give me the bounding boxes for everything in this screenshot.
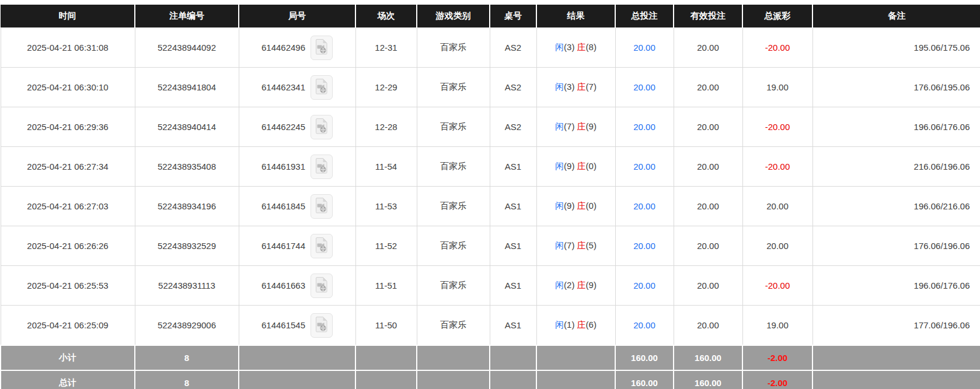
round-cell: 614462496 (239, 28, 355, 68)
result-cell: 闲(9) 庄(0) (536, 187, 615, 226)
video-file-icon (315, 78, 329, 96)
payout: 19.00 (742, 306, 812, 346)
table-number: AS1 (490, 187, 536, 226)
table-row: 2025-04-21 06:25:09 522438929006 6144615… (1, 306, 980, 346)
video-replay-button[interactable] (311, 194, 333, 219)
game-type: 百家乐 (417, 226, 490, 266)
round-cell: 614462245 (239, 107, 355, 147)
player-result-label: 闲 (555, 42, 564, 52)
total-bet: 20.00 (615, 306, 674, 346)
banker-result-label: 庄 (577, 320, 586, 330)
table-number: AS1 (490, 226, 536, 266)
total-bet: 20.00 (615, 226, 674, 266)
round-number: 614462245 (261, 122, 305, 132)
video-replay-button[interactable] (311, 115, 333, 139)
payout: -20.00 (742, 266, 812, 306)
bet-time: 2025-04-21 06:27:03 (1, 187, 135, 226)
payout: -20.00 (742, 147, 812, 187)
round-number: 614461663 (261, 281, 305, 290)
round-number: 614461845 (261, 201, 305, 211)
round-cell: 614461663 (239, 266, 355, 306)
bet-time: 2025-04-21 06:29:36 (1, 107, 135, 147)
player-result-score: (2) (564, 280, 574, 290)
player-result-label: 闲 (555, 320, 564, 330)
table-number: AS1 (490, 147, 536, 187)
remark: 177.06/196.06 (812, 306, 980, 346)
bet-time: 2025-04-21 06:31:08 (1, 28, 135, 68)
game-type: 百家乐 (417, 306, 490, 346)
bet-id: 522438940414 (135, 107, 239, 147)
bet-time: 2025-04-21 06:26:26 (1, 226, 135, 266)
video-file-icon (315, 157, 329, 176)
banker-result-score: (0) (586, 201, 597, 211)
video-replay-button[interactable] (311, 36, 333, 60)
payout: -20.00 (742, 28, 812, 68)
banker-result-label: 庄 (577, 161, 586, 171)
player-result-label: 闲 (555, 201, 564, 211)
video-file-icon (315, 237, 329, 255)
remark: 196.06/176.06 (812, 266, 980, 306)
player-result-score: (3) (564, 42, 574, 52)
col-header-session: 场次 (355, 5, 417, 28)
result-cell: 闲(9) 庄(0) (536, 147, 615, 187)
bet-records-page: 时间 注单编号 局号 场次 游戏类别 桌号 结果 总投注 有效投注 总派彩 备注… (0, 0, 980, 389)
col-header-remark: 备注 (812, 5, 980, 28)
remark: 196.06/216.06 (812, 187, 980, 226)
col-header-time: 时间 (1, 5, 135, 28)
player-result-score: (7) (564, 121, 574, 131)
player-result-label: 闲 (555, 161, 564, 171)
result-cell: 闲(3) 庄(8) (536, 28, 615, 68)
video-replay-button[interactable] (311, 234, 333, 258)
banker-result-label: 庄 (577, 82, 586, 92)
banker-result-label: 庄 (577, 240, 586, 250)
grand-total-total-bet: 160.00 (615, 370, 674, 389)
video-file-icon (315, 38, 329, 57)
col-header-payout: 总派彩 (742, 5, 812, 28)
grand-total-payout: -2.00 (742, 370, 812, 389)
bet-id: 522438932529 (135, 226, 239, 266)
video-file-icon (315, 118, 329, 136)
table-number: AS1 (490, 306, 536, 346)
round-number: 614462496 (261, 43, 305, 52)
total-bet: 20.00 (615, 28, 674, 68)
player-result-score: (1) (564, 320, 574, 330)
col-header-game-type: 游戏类别 (417, 5, 490, 28)
total-bet: 20.00 (615, 266, 674, 306)
col-header-round: 局号 (239, 5, 355, 28)
banker-result-label: 庄 (577, 121, 586, 131)
col-header-valid-bet: 有效投注 (674, 5, 742, 28)
valid-bet: 20.00 (674, 266, 742, 306)
subtotal-count: 8 (135, 345, 239, 370)
video-replay-button[interactable] (311, 313, 333, 338)
col-header-bet-id: 注单编号 (135, 5, 239, 28)
player-result-label: 闲 (555, 82, 564, 92)
player-result-score: (9) (564, 201, 574, 211)
grand-total-row: 总计 8 160.00 160.00 -2.00 (1, 370, 980, 389)
table-row: 2025-04-21 06:31:08 522438944092 6144624… (1, 28, 980, 68)
result-cell: 闲(2) 庄(9) (536, 266, 615, 306)
round-number: 614462341 (261, 82, 305, 92)
video-replay-button[interactable] (311, 274, 333, 298)
table-row: 2025-04-21 06:29:36 522438940414 6144622… (1, 107, 980, 147)
subtotal-total-bet: 160.00 (615, 345, 674, 370)
round-cell: 614462341 (239, 68, 355, 107)
remark: 196.06/176.06 (812, 107, 980, 147)
banker-result-score: (9) (586, 121, 597, 131)
result-cell: 闲(3) 庄(7) (536, 68, 615, 107)
bet-id: 522438934196 (135, 187, 239, 226)
bet-time: 2025-04-21 06:25:09 (1, 306, 135, 346)
table-row: 2025-04-21 06:27:34 522438935408 6144619… (1, 147, 980, 187)
round-number: 614461744 (261, 241, 305, 251)
banker-result-label: 庄 (577, 42, 586, 52)
total-bet: 20.00 (615, 187, 674, 226)
video-replay-button[interactable] (311, 155, 333, 179)
banker-result-score: (8) (586, 42, 597, 52)
grand-total-valid-bet: 160.00 (674, 370, 742, 389)
col-header-table-no: 桌号 (490, 5, 536, 28)
player-result-score: (3) (564, 82, 574, 92)
subtotal-payout: -2.00 (742, 345, 812, 370)
subtotal-valid-bet: 160.00 (674, 345, 742, 370)
video-replay-button[interactable] (311, 75, 333, 100)
banker-result-label: 庄 (577, 280, 586, 290)
subtotal-row: 小计 8 160.00 160.00 -2.00 (1, 345, 980, 370)
